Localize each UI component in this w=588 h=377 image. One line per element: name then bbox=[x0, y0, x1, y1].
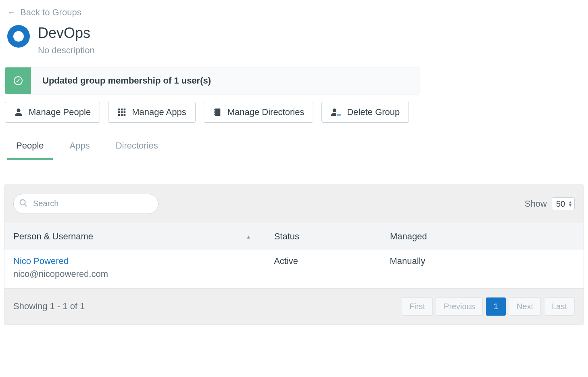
person-email: nico@nicopowered.com bbox=[13, 269, 256, 279]
tab-apps[interactable]: Apps bbox=[68, 135, 92, 160]
search-icon bbox=[19, 199, 28, 209]
manage-directories-label: Manage Directories bbox=[227, 107, 304, 117]
alert-message: Updated group membership of 1 user(s) bbox=[31, 67, 419, 94]
svg-rect-6 bbox=[118, 114, 120, 116]
sort-asc-icon: ▲ bbox=[246, 234, 251, 240]
col-managed[interactable]: Managed bbox=[381, 223, 584, 250]
showing-summary: Showing 1 - 1 of 1 bbox=[13, 301, 85, 312]
svg-rect-9 bbox=[215, 108, 220, 115]
manage-apps-button[interactable]: Manage Apps bbox=[108, 102, 196, 123]
cell-managed: Manually bbox=[381, 250, 584, 288]
show-select[interactable]: 50 bbox=[552, 197, 575, 210]
delete-group-button[interactable]: Delete Group bbox=[321, 102, 409, 123]
manage-apps-label: Manage Apps bbox=[132, 107, 186, 117]
svg-rect-10 bbox=[214, 109, 215, 110]
show-label: Show bbox=[525, 199, 547, 209]
tab-directories[interactable]: Directories bbox=[114, 135, 160, 160]
pager: First Previous 1 Next Last bbox=[402, 297, 575, 316]
back-to-groups-link[interactable]: ← Back to Groups bbox=[4, 4, 81, 23]
col-status[interactable]: Status bbox=[265, 223, 381, 250]
tabs: People Apps Directories bbox=[4, 135, 584, 160]
cell-status: Active bbox=[265, 250, 381, 288]
svg-rect-2 bbox=[124, 108, 126, 110]
svg-rect-11 bbox=[214, 111, 215, 113]
alert-icon-col: ✓ bbox=[5, 67, 31, 94]
group-header: DevOps No description bbox=[4, 23, 584, 66]
search-input[interactable] bbox=[13, 194, 158, 214]
svg-rect-1 bbox=[121, 108, 123, 110]
panel-footer: Showing 1 - 1 of 1 First Previous 1 Next… bbox=[4, 289, 584, 325]
pager-first-button[interactable]: First bbox=[402, 297, 433, 316]
svg-rect-7 bbox=[121, 114, 123, 116]
person-remove-icon bbox=[331, 108, 341, 117]
manage-directories-button[interactable]: Manage Directories bbox=[204, 102, 314, 123]
svg-point-14 bbox=[20, 199, 25, 205]
panel-toolbar: Show 50 ▲▼ bbox=[4, 185, 584, 223]
book-icon bbox=[213, 107, 222, 117]
svg-rect-13 bbox=[337, 114, 341, 115]
tab-people[interactable]: People bbox=[15, 135, 46, 160]
pager-last-button[interactable]: Last bbox=[544, 297, 575, 316]
person-name-link[interactable]: Nico Powered bbox=[13, 256, 256, 266]
success-alert: ✓ Updated group membership of 1 user(s) bbox=[5, 67, 419, 94]
show-controls: Show 50 ▲▼ bbox=[525, 197, 575, 210]
col-person-label: Person & Username bbox=[13, 231, 93, 241]
search-wrap bbox=[13, 194, 158, 214]
svg-rect-5 bbox=[124, 111, 126, 113]
pager-next-button[interactable]: Next bbox=[509, 297, 541, 316]
people-panel: Show 50 ▲▼ Person & Username ▲ Status bbox=[4, 184, 584, 325]
people-table: Person & Username ▲ Status Managed Nico … bbox=[4, 223, 584, 289]
arrow-left-icon: ← bbox=[7, 7, 16, 18]
manage-people-label: Manage People bbox=[29, 107, 91, 117]
group-title: DevOps bbox=[38, 25, 95, 41]
svg-rect-8 bbox=[124, 114, 126, 116]
apps-grid-icon bbox=[117, 108, 126, 117]
table-row: Nico Powered nico@nicopowered.com Active… bbox=[4, 250, 584, 288]
back-link-label: Back to Groups bbox=[20, 7, 81, 18]
group-description: No description bbox=[38, 45, 95, 56]
col-person-username[interactable]: Person & Username ▲ bbox=[4, 223, 265, 250]
pager-page-1-button[interactable]: 1 bbox=[486, 297, 506, 316]
manage-people-button[interactable]: Manage People bbox=[5, 102, 100, 123]
person-icon bbox=[14, 108, 23, 117]
delete-group-label: Delete Group bbox=[347, 107, 400, 117]
svg-rect-3 bbox=[118, 111, 120, 113]
svg-rect-4 bbox=[121, 111, 123, 113]
action-row: Manage People Manage Apps Manage Directo… bbox=[4, 102, 584, 135]
group-ring-icon bbox=[7, 25, 30, 48]
svg-rect-12 bbox=[214, 113, 215, 115]
check-circle-icon: ✓ bbox=[14, 76, 23, 85]
svg-line-15 bbox=[25, 204, 27, 206]
pager-previous-button[interactable]: Previous bbox=[436, 297, 483, 316]
svg-rect-0 bbox=[118, 108, 120, 110]
